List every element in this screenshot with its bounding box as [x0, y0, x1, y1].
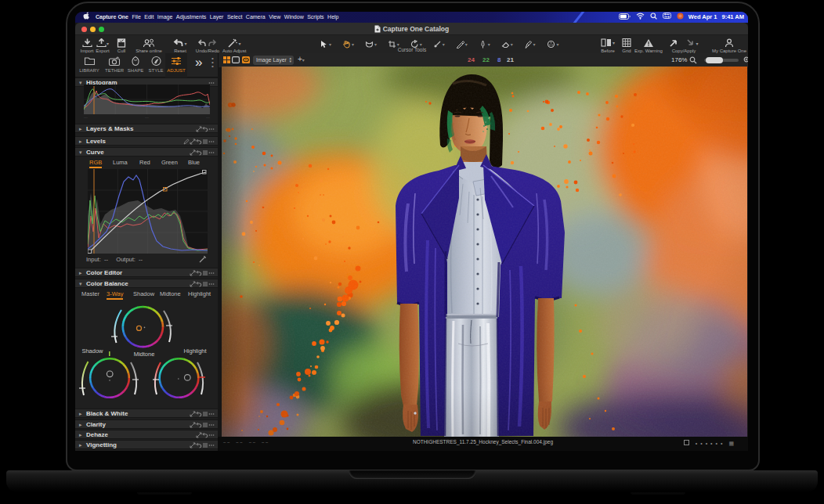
svg-text:Shadow: Shadow	[81, 347, 103, 355]
svg-text:Midtone: Midtone	[134, 351, 155, 358]
svg-text:Highlight: Highlight	[183, 347, 207, 355]
